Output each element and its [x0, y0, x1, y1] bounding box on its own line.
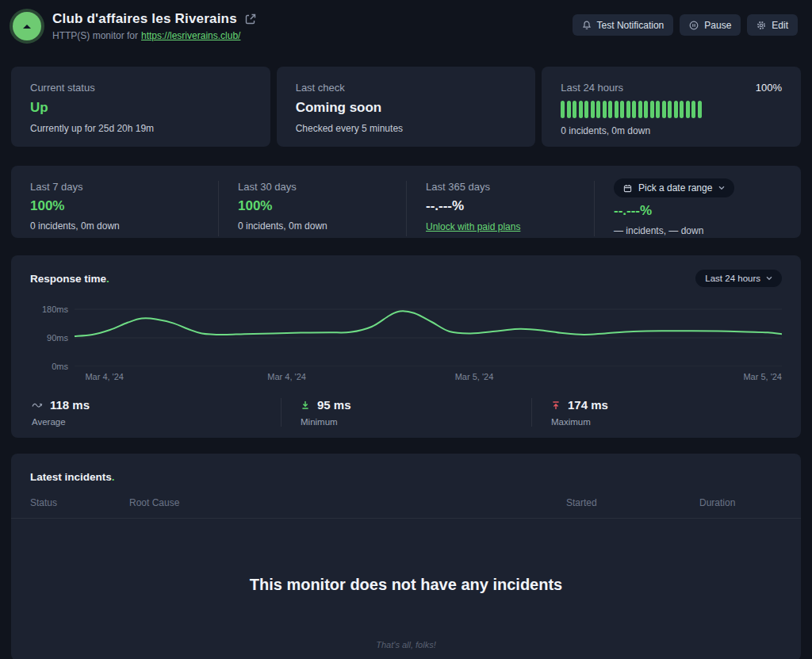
- uptime-bar: [638, 101, 642, 118]
- uptime-30d-label: Last 30 days: [238, 181, 406, 193]
- pick-date-range-label: Pick a date range: [638, 182, 712, 193]
- pause-icon: [689, 21, 699, 30]
- response-time-card: Response time. Last 24 hours 180ms90ms0m…: [11, 255, 801, 438]
- uptime-custom-value: --.---%: [614, 203, 782, 219]
- uptime-ranges-card: Last 7 days 100% 0 incidents, 0m down La…: [11, 166, 801, 238]
- response-time-plot: [75, 303, 782, 366]
- maximum-stat: 174 ms Maximum: [531, 398, 782, 427]
- uptime-7d-column: Last 7 days 100% 0 incidents, 0m down: [30, 181, 218, 236]
- uptime-bar: [668, 101, 672, 118]
- last-24h-label: Last 24 hours: [561, 82, 623, 94]
- uptime-bar: [603, 101, 607, 118]
- uptime-bar: [674, 101, 678, 118]
- uptime-bar: [686, 101, 690, 118]
- unlock-paid-plans-link[interactable]: Unlock with paid plans: [426, 221, 520, 232]
- arrow-down-to-line-icon: [301, 400, 310, 410]
- uptime-30d-column: Last 30 days 100% 0 incidents, 0m down: [218, 181, 406, 236]
- monitor-subtitle: HTTP(S) monitor forhttps://lesriverains.…: [52, 30, 256, 41]
- uptime-bar: [650, 101, 654, 118]
- current-status-detail: Currently up for 25d 20h 19m: [30, 123, 251, 134]
- minimum-value: 95 ms: [317, 398, 351, 412]
- uptime-bar: [626, 101, 630, 118]
- uptime-bar: [579, 101, 583, 118]
- maximum-value: 174 ms: [568, 398, 608, 412]
- average-label: Average: [32, 417, 281, 427]
- x-axis-label: Mar 4, '24: [85, 372, 124, 381]
- arrow-up-to-line-icon: [551, 400, 561, 410]
- last-24h-percent: 100%: [756, 82, 782, 94]
- minimum-label: Minimum: [301, 417, 531, 427]
- uptime-bar: [691, 101, 695, 118]
- uptime-30d-detail: 0 incidents, 0m down: [238, 220, 406, 232]
- uptime-bar: [591, 101, 595, 118]
- x-axis-label: Mar 5, '24: [743, 372, 782, 381]
- header-actions: Test Notification Pause Edit: [573, 14, 798, 36]
- uptime-bar: [632, 101, 636, 118]
- edit-button[interactable]: Edit: [747, 14, 798, 36]
- current-status-card: Current status Up Currently up for 25d 2…: [11, 67, 270, 147]
- uptime-bar: [680, 101, 684, 118]
- col-status: Status: [30, 497, 129, 508]
- uptime-bars: [561, 101, 782, 118]
- current-status-value: Up: [30, 100, 251, 116]
- response-time-title: Response time.: [30, 273, 109, 285]
- page-title: Club d'affaires les Riverains: [52, 11, 237, 27]
- maximum-label: Maximum: [551, 417, 782, 427]
- response-time-line: [75, 311, 782, 336]
- y-axis-label: 90ms: [47, 333, 68, 343]
- uptime-365d-label: Last 365 days: [426, 181, 594, 193]
- bell-icon: [582, 21, 592, 30]
- uptime-30d-value: 100%: [238, 198, 406, 214]
- subtitle-text: HTTP(S) monitor for: [52, 30, 138, 41]
- response-time-stats: 118 ms Average 95 ms Minimum 1: [30, 398, 782, 427]
- last-check-card: Last check Coming soon Checked every 5 m…: [277, 67, 536, 147]
- pause-button[interactable]: Pause: [680, 14, 741, 36]
- gear-icon: [756, 21, 766, 30]
- range-dropdown[interactable]: Last 24 hours: [695, 270, 782, 287]
- uptime-bar: [620, 101, 624, 118]
- calendar-icon: [623, 184, 632, 193]
- uptime-custom-column: Pick a date range --.---% — incidents, —…: [594, 181, 782, 236]
- response-time-chart: 180ms90ms0ms: [30, 303, 782, 366]
- chevron-down-icon: [766, 276, 772, 281]
- uptime-365d-value: --.---%: [426, 198, 594, 214]
- average-value: 118 ms: [50, 398, 90, 412]
- uptime-bar: [698, 101, 702, 118]
- uptime-bar: [561, 101, 565, 118]
- uptime-bar: [567, 101, 571, 118]
- pick-date-range-button[interactable]: Pick a date range: [614, 178, 734, 197]
- test-notification-button[interactable]: Test Notification: [573, 14, 674, 36]
- monitor-url-link[interactable]: https://lesriverains.club/: [141, 30, 240, 41]
- uptime-bar: [656, 101, 660, 118]
- no-incidents-message: This monitor does not have any incidents: [11, 576, 801, 594]
- edit-label: Edit: [772, 20, 788, 31]
- incidents-table-header: Status Root Cause Started Duration: [11, 483, 801, 519]
- chart-y-axis: 180ms90ms0ms: [30, 303, 75, 366]
- minimum-stat: 95 ms Minimum: [281, 398, 531, 427]
- test-notification-label: Test Notification: [597, 20, 665, 31]
- uptime-7d-value: 100%: [30, 198, 218, 214]
- uptime-bar: [584, 101, 588, 118]
- monitor-page: Club d'affaires les Riverains HTTP(S) mo…: [0, 0, 812, 659]
- uptime-7d-label: Last 7 days: [30, 181, 218, 193]
- col-duration: Duration: [699, 497, 782, 508]
- last-24h-card: Last 24 hours 100% 0 incidents, 0m down: [542, 67, 801, 147]
- external-link-icon[interactable]: [245, 13, 256, 25]
- last-24h-detail: 0 incidents, 0m down: [561, 125, 782, 136]
- col-root-cause: Root Cause: [129, 497, 566, 508]
- uptime-7d-detail: 0 incidents, 0m down: [30, 220, 218, 232]
- col-started: Started: [566, 497, 699, 508]
- uptime-bar: [644, 101, 648, 118]
- end-of-list-footnote: That's all, folks!: [11, 640, 801, 649]
- latest-incidents-card: Latest incidents. Status Root Cause Star…: [11, 454, 801, 659]
- range-dropdown-label: Last 24 hours: [705, 274, 760, 283]
- title-accent-dot: .: [106, 273, 109, 285]
- monitor-status-avatar: [13, 12, 41, 40]
- last-check-value: Coming soon: [296, 100, 517, 116]
- uptime-bar: [662, 101, 666, 118]
- chart-x-axis: Mar 4, '24Mar 4, '24Mar 5, '24Mar 5, '24: [75, 372, 782, 385]
- x-axis-label: Mar 5, '24: [455, 372, 494, 381]
- uptime-bar: [596, 101, 600, 118]
- header: Club d'affaires les Riverains HTTP(S) mo…: [11, 10, 801, 57]
- uptime-bar: [608, 101, 612, 118]
